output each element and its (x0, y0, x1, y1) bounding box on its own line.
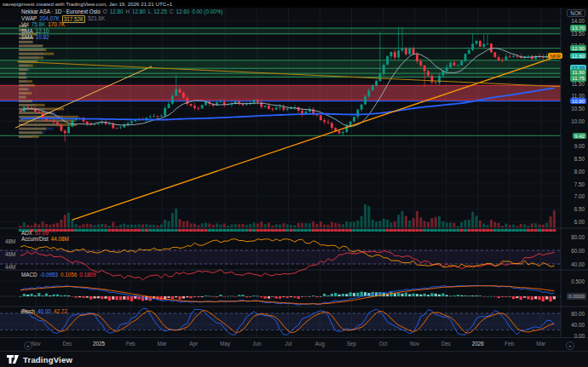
time-label-Mar: Mar (153, 341, 170, 347)
scroll-to-realtime-icon[interactable]: » (566, 341, 574, 350)
time-label-Feb: Feb (122, 341, 139, 347)
time-label-2026: 2026 (470, 341, 487, 347)
time-label-Dec: Dec (59, 341, 76, 347)
time-label-Mar: Mar (533, 341, 550, 347)
chart-canvas[interactable] (0, 8, 588, 338)
time-label-Dec: Dec (438, 341, 455, 347)
scroll-left-icon[interactable]: « (24, 341, 32, 350)
time-label-Nov: Nov (406, 341, 424, 347)
time-label-Sep: Sep (343, 341, 360, 347)
published-chart-caption: savepiginvest created with TradingView.c… (0, 0, 588, 8)
time-label-Apr: Apr (185, 341, 202, 347)
footer-bar: TradingView (0, 351, 588, 367)
time-label-2025: 2025 (90, 341, 107, 347)
time-label-Aug: Aug (311, 341, 328, 347)
time-label-May: May (216, 341, 233, 347)
time-label-Oct: Oct (375, 341, 392, 347)
time-label-Jul: Jul (280, 341, 297, 347)
time-label-Jun: Jun (248, 341, 265, 347)
currency-toggle-button[interactable]: NOK (567, 9, 585, 17)
tradingview-chart-window: savepiginvest created with TradingView.c… (0, 0, 588, 367)
time-label-Feb: Feb (501, 341, 518, 347)
tradingview-logo-icon[interactable] (7, 352, 19, 367)
tradingview-brand-text[interactable]: TradingView (23, 355, 72, 364)
